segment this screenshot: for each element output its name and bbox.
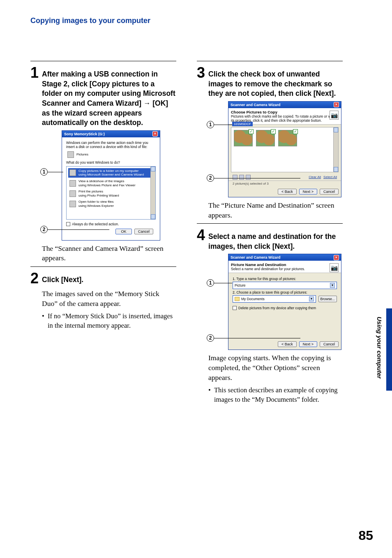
dialog-body: Windows can perform the same action each… — [62, 137, 160, 240]
thumbnails-area: 101MSDCF ✓ ✓ ✓ — [231, 127, 339, 172]
step-1-result: The “Scanner and Camera Wizard” screen a… — [42, 244, 176, 263]
callout-line — [48, 229, 109, 230]
folder-header: 101MSDCF — [232, 122, 253, 126]
properties-icon[interactable] — [246, 175, 251, 180]
step-4: 4 Select a name and destination for the … — [197, 228, 343, 251]
pictures-icon — [67, 151, 74, 158]
status-text: 2 picture(s) selected of 3 — [228, 181, 341, 186]
checkbox-icon[interactable] — [233, 306, 237, 310]
back-button[interactable]: < Back — [278, 341, 297, 347]
page-number: 85 — [358, 528, 373, 543]
dialog-buttons: OK Cancel — [66, 226, 156, 237]
cancel-button[interactable]: Cancel — [320, 189, 339, 194]
thumb-check-icon[interactable]: ✓ — [249, 129, 254, 134]
figure-name-destination: Scanner and Camera Wizard × Picture Name… — [208, 254, 343, 350]
toolbar: Clear All Select All — [228, 175, 341, 181]
step-number: 1 — [30, 65, 39, 80]
dialog-title: Sony MemoryStick (G:) — [64, 132, 105, 136]
step-number: 4 — [197, 228, 205, 243]
name-field[interactable]: Picture ▾ — [233, 282, 337, 289]
step-heading: Click the check box of unwanted images t… — [208, 65, 343, 99]
select-all-link[interactable]: Select All — [323, 175, 337, 179]
subhead-title: Picture Name and Destination — [231, 262, 286, 267]
close-icon[interactable]: × — [334, 255, 339, 260]
dialog-subhead: Picture Name and Destination Select a na… — [228, 261, 341, 273]
cancel-button[interactable]: Cancel — [320, 341, 339, 347]
camera-icon: 📷 — [330, 263, 339, 272]
rotate-right-icon[interactable] — [239, 175, 244, 180]
bullet-icon: • — [42, 312, 48, 330]
option-text: Print the pictures using Photo Printing … — [78, 190, 119, 197]
option-slideshow[interactable]: View a slideshow of the images using Win… — [68, 178, 154, 188]
name-value: Picture — [235, 283, 245, 287]
bullet-text: This section describes an example of cop… — [214, 386, 343, 404]
dialog-titlebar: Scanner and Camera Wizard × — [228, 102, 341, 108]
chevron-down-icon[interactable]: ▾ — [309, 296, 314, 301]
callout-2: 2 — [40, 226, 48, 233]
callout-1: 1 — [40, 168, 48, 176]
thumbnail[interactable]: ✓ — [278, 130, 297, 146]
bullet-icon: • — [208, 386, 214, 404]
next-button[interactable]: Next > — [299, 341, 317, 347]
delete-checkbox-row[interactable]: Delete pictures from my device after cop… — [233, 306, 337, 310]
option-print[interactable]: Print the pictures using Photo Printing … — [68, 189, 154, 198]
step-3: 3 Click the check box of unwanted images… — [197, 65, 343, 99]
back-button[interactable]: < Back — [278, 189, 297, 194]
figure-choose-pictures: Scanner and Camera Wizard × Choose Pictu… — [208, 101, 343, 197]
clear-all-link[interactable]: Clear All — [309, 175, 321, 179]
callout-2: 2 — [207, 174, 214, 182]
scrollbar[interactable] — [333, 127, 338, 172]
figure-autoplay: Sony MemoryStick (G:) × Windows can perf… — [42, 130, 176, 241]
next-button[interactable]: Next > — [299, 189, 317, 194]
dialog-buttons: < Back Next > Cancel — [228, 339, 341, 350]
callout-2: 2 — [207, 334, 214, 342]
browse-button[interactable]: Browse... — [318, 296, 337, 302]
thumb-check-icon[interactable]: ✓ — [271, 129, 276, 134]
right-column: 3 Click the check box of unwanted images… — [197, 58, 343, 407]
form-area: 1. Type a name for this group of picture… — [228, 273, 341, 339]
callout-line — [214, 283, 232, 283]
options-listbox[interactable]: Copy pictures to a folder on my computer… — [66, 166, 156, 220]
delete-label: Delete pictures from my device after cop… — [238, 306, 316, 310]
slideshow-icon — [69, 180, 76, 187]
subhead-text: Pictures with check marks will be copied… — [231, 114, 335, 123]
callout-1: 1 — [207, 121, 214, 128]
close-icon[interactable]: × — [334, 102, 339, 107]
cancel-button[interactable]: Cancel — [134, 229, 153, 234]
folder-icon — [235, 297, 240, 301]
step-heading: Select a name and destination for the im… — [208, 228, 343, 251]
thumbnail[interactable]: ✓ — [234, 130, 253, 146]
rotate-left-icon[interactable] — [233, 175, 238, 180]
chevron-down-icon[interactable]: ▾ — [330, 283, 335, 288]
step-3-result: The “Picture Name and Destination” scree… — [208, 201, 343, 220]
thumbnail[interactable]: ✓ — [256, 130, 275, 146]
option-open-folder[interactable]: Open folder to view files using Windows … — [68, 199, 154, 208]
step-4-note: • This section describes an example of c… — [208, 386, 343, 404]
printer-icon — [69, 190, 76, 197]
scrollbar[interactable] — [150, 167, 155, 219]
page-header: Copying images to your computer — [30, 16, 150, 25]
bullet-text: If no “Memory Stick Duo” is inserted, im… — [48, 312, 176, 330]
ok-button[interactable]: OK — [115, 229, 132, 234]
option-text: View a slideshow of the images using Win… — [78, 179, 136, 187]
callout-line — [214, 125, 232, 125]
always-checkbox-row[interactable]: Always do the selected action. — [66, 222, 156, 226]
always-label: Always do the selected action. — [72, 222, 119, 226]
left-column: 1 After making a USB connection in Stage… — [30, 58, 176, 407]
destination-field[interactable]: My Documents ▾ — [233, 295, 316, 303]
step-number: 3 — [197, 65, 205, 80]
folder-icon — [69, 201, 76, 207]
callout-line — [214, 178, 300, 178]
divider — [197, 223, 343, 224]
close-icon[interactable]: × — [152, 131, 158, 137]
wizard-icon — [69, 169, 76, 176]
divider — [30, 61, 176, 61]
step-2-note: • If no “Memory Stick Duo” is inserted, … — [42, 312, 176, 330]
thumb-check-icon[interactable]: ✓ — [293, 129, 298, 134]
callout-line — [48, 172, 63, 172]
checkbox-icon[interactable] — [66, 222, 70, 226]
section-tab — [386, 308, 392, 391]
divider — [30, 266, 176, 267]
subhead-text: Select a name and destination for your p… — [231, 267, 305, 271]
option-copy-pictures[interactable]: Copy pictures to a folder on my computer… — [68, 168, 154, 178]
